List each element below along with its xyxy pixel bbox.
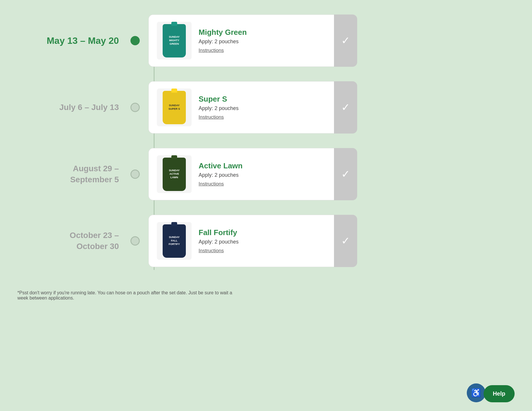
apply-text: Apply: 2 pouches — [199, 172, 326, 178]
product-card: sundayACTIVELAWNActive LawnApply: 2 pouc… — [148, 148, 334, 200]
product-name: Mighty Green — [199, 28, 326, 37]
product-image: sundayMIGHTYGREEN — [157, 22, 192, 60]
instructions-link[interactable]: Instructions — [199, 48, 224, 53]
date-label-3: October 23 –October 30 — [17, 230, 130, 252]
card-info: Super SApply: 2 pouchesInstructions — [199, 95, 326, 120]
date-label-0: May 13 – May 20 — [17, 35, 130, 46]
timeline-row: July 6 – July 13sundaySUPER SSuper SAppl… — [17, 81, 515, 134]
footnote-text: *Psst don't worry if you're running late… — [0, 290, 261, 301]
timeline-dot-1 — [130, 103, 140, 112]
product-card: sundaySUPER SSuper SApply: 2 pouchesInst… — [148, 81, 334, 134]
accessibility-button[interactable]: ♿ — [467, 383, 486, 402]
checkmark-icon: ✓ — [341, 101, 350, 113]
help-button[interactable]: Help — [484, 385, 515, 402]
card-wrapper: sundayFALLFORTIFYFall FortifyApply: 2 po… — [148, 215, 357, 267]
card-check: ✓ — [334, 148, 357, 200]
card-wrapper: sundaySUPER SSuper SApply: 2 pouchesInst… — [148, 81, 357, 134]
timeline-dot-3 — [130, 236, 140, 246]
checkmark-icon: ✓ — [341, 168, 350, 180]
timeline-row: May 13 – May 20sundayMIGHTYGREENMighty G… — [17, 15, 515, 67]
card-info: Active LawnApply: 2 pouchesInstructions — [199, 161, 326, 187]
instructions-link[interactable]: Instructions — [199, 114, 224, 120]
card-wrapper: sundayMIGHTYGREENMighty GreenApply: 2 po… — [148, 15, 357, 67]
timeline-row: October 23 –October 30sundayFALLFORTIFYF… — [17, 215, 515, 267]
product-card: sundayFALLFORTIFYFall FortifyApply: 2 po… — [148, 215, 334, 267]
card-info: Fall FortifyApply: 2 pouchesInstructions — [199, 228, 326, 254]
apply-text: Apply: 2 pouches — [199, 239, 326, 245]
product-name: Super S — [199, 95, 326, 104]
timeline-dot-2 — [130, 170, 140, 179]
date-label-2: August 29 –September 5 — [17, 163, 130, 185]
product-name: Fall Fortify — [199, 228, 326, 237]
instructions-link[interactable]: Instructions — [199, 181, 224, 187]
checkmark-icon: ✓ — [341, 35, 350, 47]
timeline-container: May 13 – May 20sundayMIGHTYGREENMighty G… — [0, 9, 532, 287]
apply-text: Apply: 2 pouches — [199, 105, 326, 111]
checkmark-icon: ✓ — [341, 235, 350, 247]
product-image: sundaySUPER S — [157, 89, 192, 126]
product-card: sundayMIGHTYGREENMighty GreenApply: 2 po… — [148, 15, 334, 67]
card-info: Mighty GreenApply: 2 pouchesInstructions — [199, 28, 326, 53]
timeline-dot-0 — [130, 36, 140, 45]
instructions-link[interactable]: Instructions — [199, 248, 224, 253]
product-image: sundayACTIVELAWN — [157, 155, 192, 193]
card-check: ✓ — [334, 15, 357, 67]
product-name: Active Lawn — [199, 161, 326, 170]
card-check: ✓ — [334, 81, 357, 134]
apply-text: Apply: 2 pouches — [199, 39, 326, 45]
date-label-1: July 6 – July 13 — [17, 102, 130, 113]
timeline-row: August 29 –September 5sundayACTIVELAWNAc… — [17, 148, 515, 200]
accessibility-icon: ♿ — [471, 388, 481, 398]
card-wrapper: sundayACTIVELAWNActive LawnApply: 2 pouc… — [148, 148, 357, 200]
card-check: ✓ — [334, 215, 357, 267]
product-image: sundayFALLFORTIFY — [157, 222, 192, 260]
